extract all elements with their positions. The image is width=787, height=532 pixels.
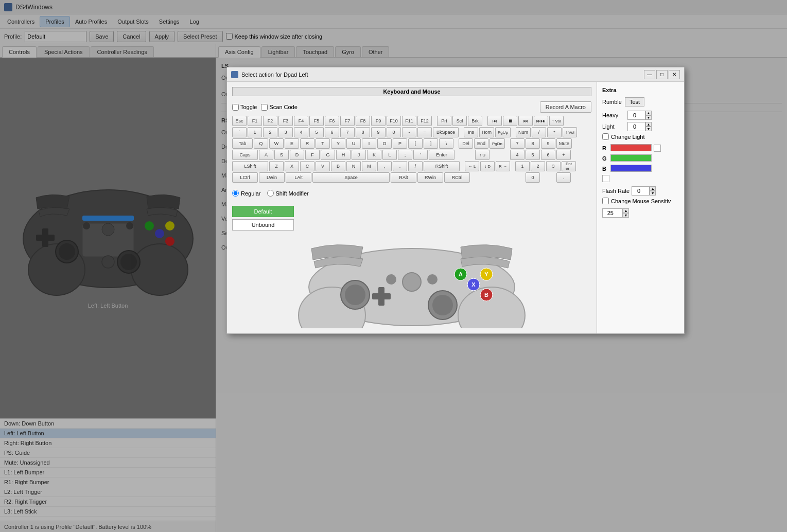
key-p[interactable]: P [393,138,407,149]
key-num-plus[interactable]: + [556,150,571,160]
key-1[interactable]: 1 [248,127,262,137]
key-num-slash[interactable]: / [532,127,546,137]
key-v[interactable]: V [316,161,330,171]
key-num1[interactable]: 1 [515,161,530,171]
key-y[interactable]: Y [331,138,345,149]
key-num7[interactable]: 7 [510,138,524,149]
key-stop[interactable]: ⏹ [503,116,517,126]
key-arrow-right[interactable]: R → [496,161,510,171]
key-equals[interactable]: = [417,127,432,137]
key-e[interactable]: E [285,138,299,149]
key-arrow-up[interactable]: ↑ U [475,150,489,160]
mouse-spin-down[interactable]: ▼ [623,213,629,218]
key-3[interactable]: 3 [278,127,293,137]
key-lalt[interactable]: LAlt [286,172,311,183]
key-4[interactable]: 4 [294,127,308,137]
key-tab[interactable]: Tab [232,138,253,149]
key-r[interactable]: R [300,138,314,149]
key-f3[interactable]: F3 [278,116,293,126]
key-n[interactable]: N [346,161,361,171]
key-f[interactable]: F [305,150,320,160]
heavy-input[interactable] [627,111,645,120]
key-num-dot[interactable]: . [556,172,571,183]
key-slash[interactable]: / [408,161,423,171]
key-open-bracket[interactable]: [ [408,138,423,149]
key-o[interactable]: O [377,138,392,149]
scan-code-checkbox-label[interactable]: Scan Code [261,104,297,111]
key-prev[interactable]: ⏮ [487,116,502,126]
key-period[interactable]: . [393,161,407,171]
color-g-bar[interactable] [610,154,652,162]
key-a[interactable]: A [259,150,273,160]
key-caps[interactable]: Caps [232,150,258,160]
key-num-star[interactable]: * [547,127,562,137]
change-mouse-label[interactable]: Change Mouse Sensitiv [602,198,679,204]
key-next[interactable]: ⏭⏭ [534,116,548,126]
key-num6[interactable]: 6 [541,150,555,160]
key-comma[interactable]: , [377,161,392,171]
flash-spin-up[interactable]: ▲ [650,186,656,191]
key-f6[interactable]: F6 [325,116,339,126]
key-d[interactable]: D [290,150,304,160]
key-5[interactable]: 5 [309,127,324,137]
modal-maximize-button[interactable]: □ [656,70,668,79]
key-rshift[interactable]: RShift [424,161,460,171]
key-l[interactable]: L [382,150,397,160]
scan-code-checkbox[interactable] [261,104,268,111]
change-light-checkbox[interactable] [602,133,609,140]
flash-spin-down[interactable]: ▼ [650,191,656,196]
key-f2[interactable]: F2 [263,116,277,126]
flash-rate-input[interactable] [632,186,650,196]
heavy-spin-up[interactable]: ▲ [645,111,652,115]
default-button[interactable]: Default [232,206,294,217]
key-rwin[interactable]: RWin [417,172,443,183]
test-button[interactable]: Test [625,97,644,107]
key-pgup[interactable]: PgUp [495,127,511,137]
key-9[interactable]: 9 [371,127,386,137]
key-2[interactable]: 2 [263,127,277,137]
key-f12[interactable]: F12 [417,116,432,126]
key-num[interactable]: Num [516,127,531,137]
key-end[interactable]: End [474,138,488,149]
key-f8[interactable]: F8 [356,116,370,126]
key-hom[interactable]: Hom [479,127,494,137]
key-backtick[interactable]: ` [232,127,247,137]
change-light-label[interactable]: Change Light [602,133,679,140]
mouse-input[interactable] [602,208,623,218]
key-m[interactable]: M [362,161,376,171]
key-f10[interactable]: F10 [387,116,401,126]
color-b-bar[interactable] [610,165,652,172]
key-arrow-down[interactable]: ↓ D [480,161,495,171]
record-macro-button[interactable]: Record A Macro [540,101,591,113]
mouse-spin-up[interactable]: ▲ [623,208,629,213]
key-f11[interactable]: F11 [402,116,416,126]
key-num8[interactable]: 8 [526,138,540,149]
key-semicolon[interactable]: ; [398,150,412,160]
key-b[interactable]: B [331,161,345,171]
radio-regular[interactable]: Regular [232,190,261,197]
key-space[interactable]: Space [312,172,390,183]
toggle-checkbox-label[interactable]: Toggle [232,104,257,111]
light-spinbox[interactable]: ▲ ▼ [627,122,652,131]
key-lshift[interactable]: LShift [232,161,268,171]
key-lwin[interactable]: LWin [259,172,285,183]
key-f1[interactable]: F1 [248,116,262,126]
key-brk[interactable]: Brk [468,116,482,126]
key-u[interactable]: U [346,138,361,149]
toggle-checkbox[interactable] [232,104,239,111]
key-j[interactable]: J [352,150,366,160]
key-num-enter[interactable]: Enter [562,161,576,171]
key-ins[interactable]: Ins [464,127,478,137]
key-backslash[interactable]: \ [439,138,453,149]
key-scl[interactable]: Scl [452,116,467,126]
key-t[interactable]: T [316,138,330,149]
key-quote[interactable]: ' [413,150,428,160]
radio-shift-modifier[interactable]: Shift Modifier [267,190,309,197]
key-i[interactable]: I [362,138,376,149]
key-vol-up2[interactable]: ↑ Vol [563,127,577,137]
key-f4[interactable]: F4 [294,116,308,126]
key-x[interactable]: X [285,161,299,171]
heavy-spinbox[interactable]: ▲ ▼ [627,111,652,120]
key-lctrl[interactable]: LCtrl [232,172,258,183]
key-close-bracket[interactable]: ] [424,138,438,149]
